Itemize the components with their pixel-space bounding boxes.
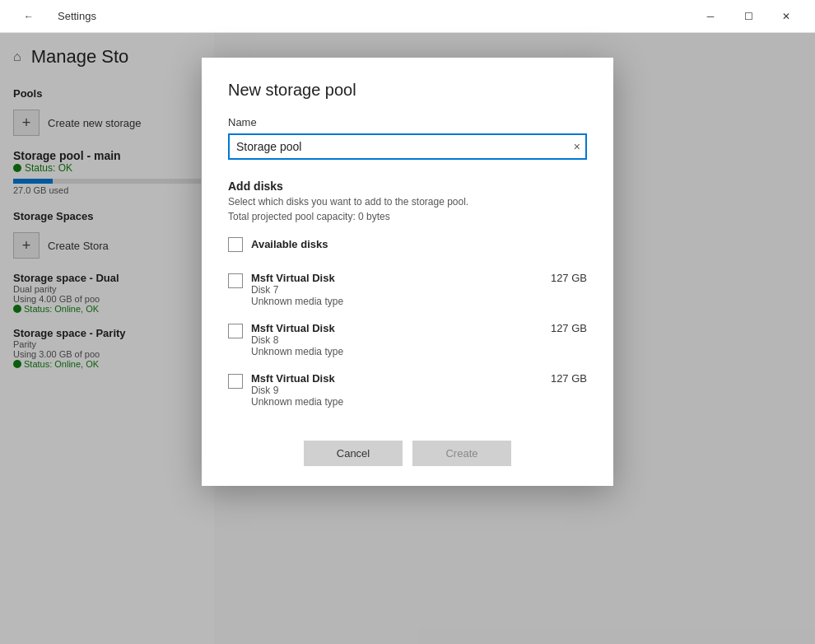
disk-size-1: 127 GB [551, 322, 587, 334]
disk-name-row-1: Msft Virtual Disk 127 GB [251, 322, 587, 334]
disk-media-2: Unknown media type [251, 396, 587, 408]
disk-info-1: Msft Virtual Disk 127 GB Disk 8 Unknown … [251, 322, 587, 357]
add-disks-title: Add disks [228, 180, 587, 193]
back-button[interactable]: ← [10, 3, 48, 30]
capacity-label: Total projected pool capacity: 0 bytes [228, 211, 587, 222]
disk-name-1: Msft Virtual Disk [251, 322, 335, 334]
dialog-footer: Cancel Create [228, 427, 587, 466]
disk-media-0: Unknown media type [251, 296, 587, 307]
title-bar-left: ← Settings [10, 3, 96, 30]
disk-item-1: Msft Virtual Disk 127 GB Disk 8 Unknown … [228, 322, 587, 357]
app-title: Settings [58, 10, 96, 22]
disk-item-2: Msft Virtual Disk 127 GB Disk 9 Unknown … [228, 372, 587, 408]
available-disks-row: Available disks [228, 236, 587, 259]
window-controls: ─ ☐ ✕ [692, 3, 805, 30]
disk-item-0: Msft Virtual Disk 127 GB Disk 7 Unknown … [228, 272, 587, 307]
disk-sub-0: Disk 7 [251, 284, 587, 296]
modal-overlay: New storage pool Name × Add disks Select… [0, 33, 815, 644]
disk-name-row-0: Msft Virtual Disk 127 GB [251, 272, 587, 284]
disk-media-1: Unknown media type [251, 346, 587, 357]
maximize-button[interactable]: ☐ [729, 3, 767, 30]
disk-size-2: 127 GB [551, 372, 587, 385]
disk-name-row-2: Msft Virtual Disk 127 GB [251, 372, 587, 385]
close-button[interactable]: ✕ [767, 3, 805, 30]
disk-name-2: Msft Virtual Disk [251, 372, 335, 385]
disk-name-0: Msft Virtual Disk [251, 272, 335, 284]
disk-info-0: Msft Virtual Disk 127 GB Disk 7 Unknown … [251, 272, 587, 307]
minimize-button[interactable]: ─ [692, 3, 729, 30]
new-storage-pool-dialog: New storage pool Name × Add disks Select… [202, 58, 613, 486]
create-button[interactable]: Create [412, 441, 511, 466]
available-disks-label: Available disks [251, 238, 328, 250]
available-disks-checkbox[interactable] [228, 237, 243, 252]
disk-info-2: Msft Virtual Disk 127 GB Disk 9 Unknown … [251, 372, 587, 408]
disk-size-0: 127 GB [551, 272, 587, 284]
disk-checkbox-2[interactable] [228, 374, 243, 389]
cancel-button[interactable]: Cancel [304, 441, 403, 466]
add-disks-desc: Select which disks you want to add to th… [228, 196, 587, 208]
disk-sub-1: Disk 8 [251, 334, 587, 346]
disk-checkbox-1[interactable] [228, 324, 243, 338]
name-label: Name [228, 116, 587, 128]
disk-sub-2: Disk 9 [251, 385, 587, 396]
name-clear-button[interactable]: × [574, 140, 580, 153]
disk-checkbox-0[interactable] [228, 273, 243, 288]
name-input[interactable] [228, 133, 587, 160]
dialog-title: New storage pool [228, 81, 587, 100]
title-bar: ← Settings ─ ☐ ✕ [0, 0, 815, 33]
name-input-wrapper: × [228, 133, 587, 160]
